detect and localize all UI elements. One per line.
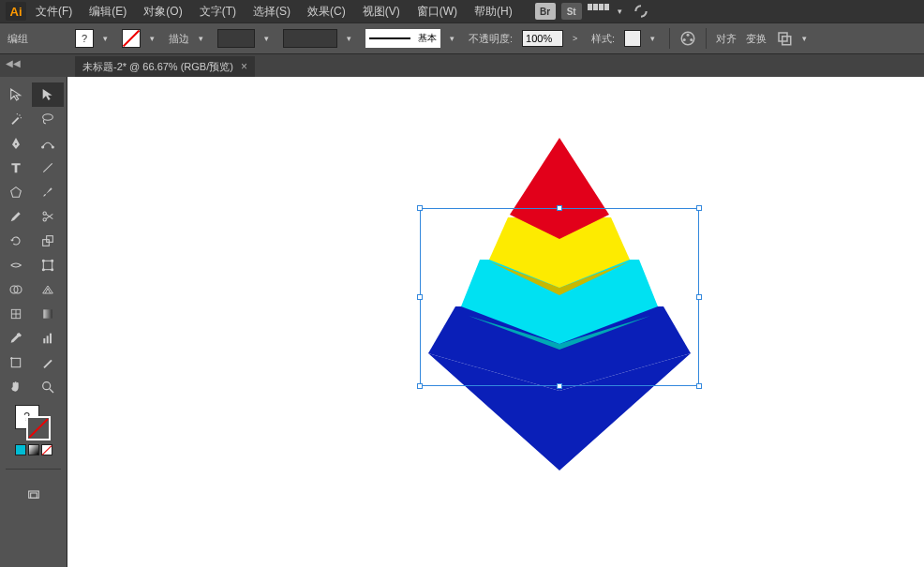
- color-mode-icon[interactable]: [15, 444, 26, 455]
- shape-builder-tool[interactable]: [0, 277, 32, 302]
- svg-point-7: [21, 117, 22, 118]
- eyedropper-tool[interactable]: [0, 326, 32, 351]
- selection-tool[interactable]: [0, 82, 32, 107]
- stock-button[interactable]: St: [561, 3, 582, 20]
- fill-dropdown-icon[interactable]: ▾: [103, 34, 112, 43]
- brush-tool[interactable]: [32, 180, 64, 204]
- shape-tool[interactable]: [0, 180, 32, 204]
- stroke-swatch[interactable]: [122, 29, 141, 48]
- line-tool[interactable]: [32, 156, 64, 180]
- hand-tool[interactable]: [0, 375, 32, 399]
- gradient-mode-icon[interactable]: [28, 444, 39, 455]
- arrange-documents-icon[interactable]: [588, 4, 612, 19]
- control-overflow-icon[interactable]: ▾: [802, 34, 812, 43]
- svg-marker-14: [11, 187, 22, 198]
- slice-tool[interactable]: [32, 351, 64, 375]
- pyramid-artwork[interactable]: [414, 138, 705, 478]
- isolate-group-icon[interactable]: [776, 30, 793, 47]
- selection-handle-br[interactable]: [696, 383, 702, 389]
- svg-point-12: [52, 146, 53, 148]
- svg-rect-19: [43, 261, 52, 269]
- perspective-tool[interactable]: [32, 277, 64, 302]
- scale-tool[interactable]: [32, 229, 64, 253]
- brush-definition[interactable]: 基本: [365, 29, 440, 48]
- app-logo: Ai: [6, 2, 26, 21]
- stroke-line-preview-icon: [369, 37, 410, 39]
- close-tab-icon[interactable]: ×: [241, 60, 247, 73]
- svg-rect-31: [47, 336, 49, 343]
- fill-swatch[interactable]: ?: [75, 29, 94, 48]
- lasso-tool[interactable]: [32, 107, 64, 131]
- selection-handle-tl[interactable]: [417, 205, 423, 211]
- svg-rect-32: [50, 334, 52, 344]
- selection-handle-tr[interactable]: [696, 205, 702, 211]
- pen-tool[interactable]: [0, 131, 32, 156]
- variable-width-dropdown-icon[interactable]: ▾: [347, 34, 356, 43]
- svg-rect-33: [11, 358, 20, 366]
- selection-handle-l[interactable]: [417, 294, 423, 300]
- transform-label[interactable]: 变换: [746, 32, 767, 46]
- artboard-tool[interactable]: [0, 351, 32, 375]
- bridge-button[interactable]: Br: [535, 3, 556, 20]
- svg-rect-18: [47, 236, 53, 243]
- graphic-style-swatch[interactable]: [624, 30, 641, 47]
- rotate-tool[interactable]: [0, 229, 32, 253]
- stroke-weight-field[interactable]: [217, 29, 255, 48]
- magic-wand-tool[interactable]: [0, 107, 32, 131]
- svg-rect-17: [43, 240, 50, 246]
- menu-view[interactable]: 视图(V): [355, 1, 408, 22]
- free-transform-tool[interactable]: [32, 253, 64, 277]
- menu-help[interactable]: 帮助(H): [467, 1, 520, 22]
- selection-handle-b[interactable]: [557, 383, 562, 389]
- menu-select[interactable]: 选择(S): [246, 1, 298, 22]
- screen-mode-icon[interactable]: [20, 483, 48, 507]
- stroke-weight-dropdown-icon[interactable]: ▾: [199, 34, 208, 43]
- svg-line-37: [50, 389, 53, 393]
- opacity-dropdown-icon[interactable]: >: [573, 34, 582, 43]
- scissors-tool[interactable]: [32, 204, 64, 229]
- selection-handle-t[interactable]: [557, 205, 562, 211]
- none-mode-icon[interactable]: [41, 444, 52, 455]
- menu-effect[interactable]: 效果(C): [300, 1, 353, 22]
- selection-box[interactable]: [420, 208, 699, 386]
- arrange-dropdown-icon[interactable]: ▾: [618, 7, 627, 16]
- zoom-tool[interactable]: [32, 375, 64, 399]
- stroke-color-swatch[interactable]: [26, 416, 51, 440]
- svg-point-9: [43, 114, 53, 121]
- svg-rect-39: [30, 493, 37, 498]
- graph-tool[interactable]: [32, 326, 64, 351]
- pencil-tool[interactable]: [0, 204, 32, 229]
- svg-point-10: [15, 143, 17, 145]
- align-label[interactable]: 对齐: [716, 32, 737, 46]
- canvas[interactable]: [67, 77, 924, 567]
- opacity-label: 不透明度:: [469, 32, 513, 46]
- curvature-tool[interactable]: [32, 131, 64, 156]
- brush-label: 基本: [418, 32, 437, 45]
- document-tab[interactable]: 未标题-2* @ 66.67% (RGB/预览) ×: [75, 56, 255, 77]
- svg-point-6: [19, 114, 20, 115]
- panel-collapse-icon[interactable]: ◀◀: [6, 58, 19, 69]
- brush-dropdown-icon[interactable]: ▾: [450, 34, 459, 43]
- selection-handle-bl[interactable]: [417, 383, 423, 389]
- style-dropdown-icon[interactable]: ▾: [650, 34, 660, 43]
- selection-handle-r[interactable]: [696, 294, 702, 300]
- sync-settings-icon[interactable]: [633, 4, 649, 19]
- direct-selection-tool[interactable]: [32, 82, 64, 107]
- menu-type[interactable]: 文字(T): [192, 1, 244, 22]
- stroke-dropdown-icon[interactable]: ▾: [150, 34, 159, 43]
- width-tool[interactable]: [0, 253, 32, 277]
- variable-width-profile[interactable]: [283, 29, 337, 48]
- opacity-field[interactable]: 100%: [522, 30, 563, 47]
- gradient-tool[interactable]: [32, 302, 64, 326]
- stroke-weight-stepper-icon[interactable]: ▾: [264, 34, 274, 43]
- menu-window[interactable]: 窗口(W): [410, 1, 465, 22]
- recolor-artwork-icon[interactable]: [679, 30, 696, 47]
- type-tool[interactable]: [0, 156, 32, 180]
- menu-edit[interactable]: 编辑(E): [82, 1, 134, 22]
- mesh-tool[interactable]: [0, 302, 32, 326]
- style-label: 样式:: [591, 32, 615, 46]
- fill-stroke-swatches[interactable]: ?: [15, 405, 52, 440]
- menu-file[interactable]: 文件(F): [28, 1, 80, 22]
- menu-object[interactable]: 对象(O): [136, 1, 189, 22]
- selection-mode-label: 编组: [7, 32, 28, 46]
